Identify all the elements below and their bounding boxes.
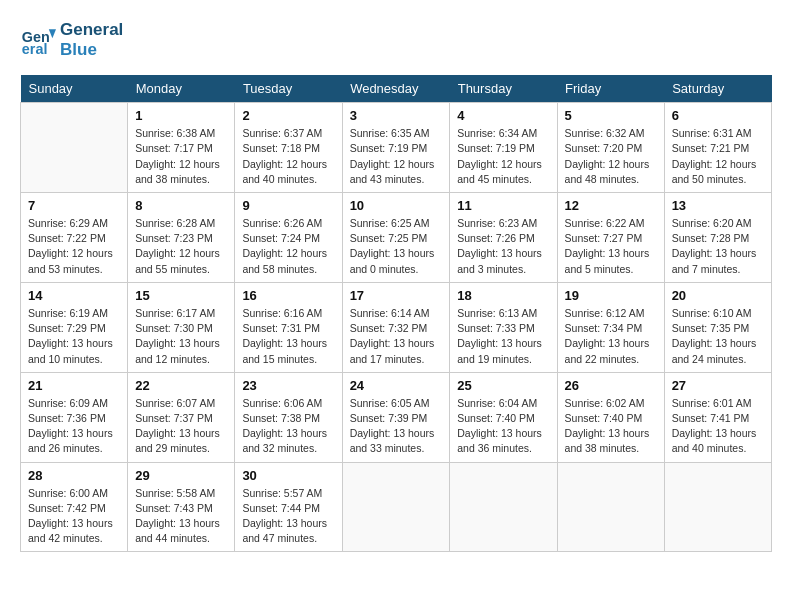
logo-text: General [60, 20, 123, 40]
svg-marker-2 [49, 29, 56, 38]
header-row: SundayMondayTuesdayWednesdayThursdayFrid… [21, 75, 772, 103]
logo-subtext: Blue [60, 40, 123, 60]
calendar-day: 18Sunrise: 6:13 AMSunset: 7:33 PMDayligh… [450, 282, 557, 372]
calendar-day: 5Sunrise: 6:32 AMSunset: 7:20 PMDaylight… [557, 103, 664, 193]
day-number: 2 [242, 108, 334, 123]
calendar-day: 22Sunrise: 6:07 AMSunset: 7:37 PMDayligh… [128, 372, 235, 462]
calendar-day: 28Sunrise: 6:00 AMSunset: 7:42 PMDayligh… [21, 462, 128, 552]
day-number: 25 [457, 378, 549, 393]
calendar-day: 1Sunrise: 6:38 AMSunset: 7:17 PMDaylight… [128, 103, 235, 193]
calendar-day: 15Sunrise: 6:17 AMSunset: 7:30 PMDayligh… [128, 282, 235, 372]
day-info: Sunrise: 6:17 AMSunset: 7:30 PMDaylight:… [135, 306, 227, 367]
calendar-header: SundayMondayTuesdayWednesdayThursdayFrid… [21, 75, 772, 103]
day-info: Sunrise: 6:37 AMSunset: 7:18 PMDaylight:… [242, 126, 334, 187]
day-info: Sunrise: 6:22 AMSunset: 7:27 PMDaylight:… [565, 216, 657, 277]
calendar-day [342, 462, 450, 552]
day-info: Sunrise: 6:29 AMSunset: 7:22 PMDaylight:… [28, 216, 120, 277]
day-info: Sunrise: 6:07 AMSunset: 7:37 PMDaylight:… [135, 396, 227, 457]
day-number: 3 [350, 108, 443, 123]
day-number: 17 [350, 288, 443, 303]
calendar-day: 27Sunrise: 6:01 AMSunset: 7:41 PMDayligh… [664, 372, 771, 462]
day-info: Sunrise: 6:06 AMSunset: 7:38 PMDaylight:… [242, 396, 334, 457]
calendar-week: 1Sunrise: 6:38 AMSunset: 7:17 PMDaylight… [21, 103, 772, 193]
day-info: Sunrise: 6:19 AMSunset: 7:29 PMDaylight:… [28, 306, 120, 367]
day-number: 9 [242, 198, 334, 213]
day-number: 23 [242, 378, 334, 393]
calendar-day: 4Sunrise: 6:34 AMSunset: 7:19 PMDaylight… [450, 103, 557, 193]
day-info: Sunrise: 6:26 AMSunset: 7:24 PMDaylight:… [242, 216, 334, 277]
calendar-week: 21Sunrise: 6:09 AMSunset: 7:36 PMDayligh… [21, 372, 772, 462]
weekday-header: Thursday [450, 75, 557, 103]
day-info: Sunrise: 6:09 AMSunset: 7:36 PMDaylight:… [28, 396, 120, 457]
day-info: Sunrise: 6:05 AMSunset: 7:39 PMDaylight:… [350, 396, 443, 457]
day-number: 4 [457, 108, 549, 123]
calendar-day: 24Sunrise: 6:05 AMSunset: 7:39 PMDayligh… [342, 372, 450, 462]
calendar-day: 6Sunrise: 6:31 AMSunset: 7:21 PMDaylight… [664, 103, 771, 193]
day-number: 14 [28, 288, 120, 303]
day-info: Sunrise: 6:12 AMSunset: 7:34 PMDaylight:… [565, 306, 657, 367]
page-header: Gen eral General Blue [20, 20, 772, 59]
day-number: 27 [672, 378, 764, 393]
day-info: Sunrise: 6:38 AMSunset: 7:17 PMDaylight:… [135, 126, 227, 187]
day-number: 18 [457, 288, 549, 303]
day-number: 24 [350, 378, 443, 393]
day-info: Sunrise: 6:34 AMSunset: 7:19 PMDaylight:… [457, 126, 549, 187]
day-number: 20 [672, 288, 764, 303]
day-info: Sunrise: 5:58 AMSunset: 7:43 PMDaylight:… [135, 486, 227, 547]
calendar-day: 2Sunrise: 6:37 AMSunset: 7:18 PMDaylight… [235, 103, 342, 193]
day-number: 6 [672, 108, 764, 123]
calendar-day: 21Sunrise: 6:09 AMSunset: 7:36 PMDayligh… [21, 372, 128, 462]
day-info: Sunrise: 6:23 AMSunset: 7:26 PMDaylight:… [457, 216, 549, 277]
day-number: 28 [28, 468, 120, 483]
day-number: 15 [135, 288, 227, 303]
calendar-day: 9Sunrise: 6:26 AMSunset: 7:24 PMDaylight… [235, 192, 342, 282]
calendar-day: 26Sunrise: 6:02 AMSunset: 7:40 PMDayligh… [557, 372, 664, 462]
day-number: 12 [565, 198, 657, 213]
calendar-day: 29Sunrise: 5:58 AMSunset: 7:43 PMDayligh… [128, 462, 235, 552]
day-info: Sunrise: 6:10 AMSunset: 7:35 PMDaylight:… [672, 306, 764, 367]
day-number: 29 [135, 468, 227, 483]
calendar-day: 11Sunrise: 6:23 AMSunset: 7:26 PMDayligh… [450, 192, 557, 282]
calendar-day: 14Sunrise: 6:19 AMSunset: 7:29 PMDayligh… [21, 282, 128, 372]
calendar-day: 3Sunrise: 6:35 AMSunset: 7:19 PMDaylight… [342, 103, 450, 193]
calendar-day: 20Sunrise: 6:10 AMSunset: 7:35 PMDayligh… [664, 282, 771, 372]
calendar-day [21, 103, 128, 193]
day-info: Sunrise: 6:01 AMSunset: 7:41 PMDaylight:… [672, 396, 764, 457]
calendar-day: 16Sunrise: 6:16 AMSunset: 7:31 PMDayligh… [235, 282, 342, 372]
calendar-day: 23Sunrise: 6:06 AMSunset: 7:38 PMDayligh… [235, 372, 342, 462]
logo-icon: Gen eral [20, 22, 56, 58]
day-info: Sunrise: 6:00 AMSunset: 7:42 PMDaylight:… [28, 486, 120, 547]
day-info: Sunrise: 6:14 AMSunset: 7:32 PMDaylight:… [350, 306, 443, 367]
calendar-day: 12Sunrise: 6:22 AMSunset: 7:27 PMDayligh… [557, 192, 664, 282]
calendar-day: 25Sunrise: 6:04 AMSunset: 7:40 PMDayligh… [450, 372, 557, 462]
day-number: 22 [135, 378, 227, 393]
calendar-day [664, 462, 771, 552]
day-info: Sunrise: 6:35 AMSunset: 7:19 PMDaylight:… [350, 126, 443, 187]
weekday-header: Saturday [664, 75, 771, 103]
calendar-day: 17Sunrise: 6:14 AMSunset: 7:32 PMDayligh… [342, 282, 450, 372]
weekday-header: Sunday [21, 75, 128, 103]
calendar-day: 30Sunrise: 5:57 AMSunset: 7:44 PMDayligh… [235, 462, 342, 552]
day-number: 26 [565, 378, 657, 393]
day-number: 1 [135, 108, 227, 123]
day-number: 10 [350, 198, 443, 213]
calendar-week: 7Sunrise: 6:29 AMSunset: 7:22 PMDaylight… [21, 192, 772, 282]
calendar-day [450, 462, 557, 552]
calendar-day [557, 462, 664, 552]
day-number: 21 [28, 378, 120, 393]
logo: Gen eral General Blue [20, 20, 123, 59]
calendar-day: 7Sunrise: 6:29 AMSunset: 7:22 PMDaylight… [21, 192, 128, 282]
calendar-day: 10Sunrise: 6:25 AMSunset: 7:25 PMDayligh… [342, 192, 450, 282]
weekday-header: Wednesday [342, 75, 450, 103]
day-number: 13 [672, 198, 764, 213]
calendar-day: 19Sunrise: 6:12 AMSunset: 7:34 PMDayligh… [557, 282, 664, 372]
calendar-week: 28Sunrise: 6:00 AMSunset: 7:42 PMDayligh… [21, 462, 772, 552]
day-number: 8 [135, 198, 227, 213]
weekday-header: Monday [128, 75, 235, 103]
day-info: Sunrise: 6:13 AMSunset: 7:33 PMDaylight:… [457, 306, 549, 367]
day-info: Sunrise: 6:25 AMSunset: 7:25 PMDaylight:… [350, 216, 443, 277]
day-info: Sunrise: 6:20 AMSunset: 7:28 PMDaylight:… [672, 216, 764, 277]
day-number: 30 [242, 468, 334, 483]
svg-text:eral: eral [22, 41, 48, 57]
day-number: 16 [242, 288, 334, 303]
